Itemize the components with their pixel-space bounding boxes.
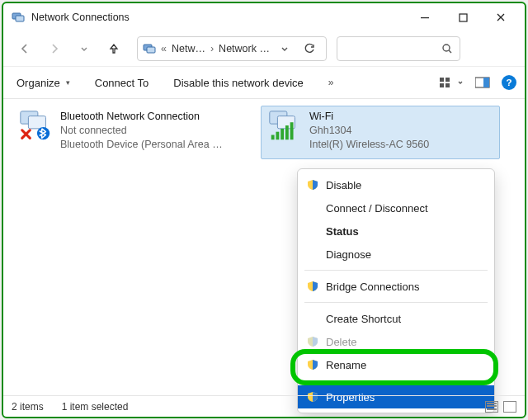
search-icon — [441, 43, 453, 54]
menu-label: Disable — [326, 179, 361, 191]
breadcrumb-crumb-2[interactable]: Network … — [219, 43, 270, 54]
svg-point-6 — [443, 45, 450, 51]
window-controls — [406, 5, 520, 30]
svg-rect-22 — [290, 122, 294, 139]
svg-rect-7 — [440, 78, 444, 82]
svg-rect-10 — [446, 83, 450, 87]
recent-locations-button[interactable] — [71, 36, 97, 61]
svg-rect-3 — [460, 14, 467, 21]
connection-status: Not connected — [60, 124, 223, 138]
address-bar[interactable]: « Netw… › Network … — [137, 36, 327, 61]
refresh-button[interactable] — [298, 39, 321, 59]
svg-rect-9 — [440, 83, 444, 87]
minimize-button[interactable] — [406, 5, 444, 30]
svg-rect-1 — [16, 16, 24, 21]
menu-separator — [304, 380, 488, 381]
menu-label: Status — [326, 225, 359, 238]
connection-device: Bluetooth Device (Personal Area … — [60, 138, 223, 152]
menu-item-status[interactable]: Status — [298, 219, 494, 243]
menu-item-connect-disconnect[interactable]: Connect / Disconnect — [298, 196, 494, 219]
connection-item-bluetooth[interactable]: Bluetooth Network Connection Not connect… — [12, 106, 251, 159]
bluetooth-icon — [17, 110, 54, 143]
app-icon — [12, 11, 25, 24]
svg-rect-5 — [147, 47, 155, 53]
toolbar: Organize Connect To Disable this network… — [3, 66, 525, 99]
wifi-icon — [266, 110, 303, 143]
toolbar-overflow-button[interactable]: » — [323, 73, 339, 92]
view-layout-button[interactable] — [440, 77, 464, 88]
menu-label: Bridge Connections — [326, 281, 419, 293]
svg-rect-2 — [421, 17, 429, 18]
connect-to-button[interactable]: Connect To — [90, 73, 154, 92]
breadcrumb-sep-icon: « — [159, 43, 168, 54]
context-menu: Disable Connect / Disconnect Status Diag… — [297, 168, 495, 413]
menu-separator — [304, 270, 488, 271]
svg-rect-8 — [446, 78, 450, 82]
maximize-button[interactable] — [444, 5, 482, 30]
connection-name: Bluetooth Network Connection — [60, 110, 223, 124]
menu-item-disable[interactable]: Disable — [298, 173, 494, 196]
menu-item-rename[interactable]: Rename — [298, 353, 494, 376]
preview-pane-button[interactable] — [475, 77, 490, 88]
menu-label: Delete — [326, 336, 357, 348]
menu-item-create-shortcut[interactable]: Create Shortcut — [298, 307, 494, 330]
svg-rect-21 — [285, 125, 289, 139]
address-dropdown-button[interactable] — [273, 39, 296, 59]
disable-device-button[interactable]: Disable this network device — [168, 73, 309, 92]
large-icons-view-button[interactable] — [503, 401, 516, 413]
shield-icon — [306, 280, 319, 293]
titlebar: Network Connections — [3, 3, 525, 31]
details-view-button[interactable] — [485, 401, 498, 413]
shield-icon — [306, 178, 319, 191]
menu-label: Rename — [326, 359, 366, 371]
svg-rect-18 — [271, 135, 275, 140]
breadcrumb-chevron-icon: › — [209, 43, 215, 54]
connection-device: Intel(R) Wireless-AC 9560 — [309, 138, 429, 152]
menu-label: Connect / Disconnect — [326, 202, 428, 215]
search-box[interactable] — [337, 36, 460, 61]
svg-rect-14 — [28, 116, 45, 129]
connection-item-wifi[interactable]: Wi-Fi Ghh1304 Intel(R) Wireless-AC 9560 — [261, 106, 500, 159]
shield-icon — [306, 358, 319, 371]
menu-label: Diagnose — [326, 248, 371, 261]
menu-item-diagnose[interactable]: Diagnose — [298, 243, 494, 266]
organize-menu[interactable]: Organize — [12, 73, 75, 92]
breadcrumb-crumb-1[interactable]: Netw… — [172, 43, 205, 54]
status-item-count: 2 items — [12, 401, 44, 413]
svg-rect-19 — [276, 132, 279, 140]
connection-status: Ghh1304 — [309, 124, 429, 138]
svg-rect-12 — [483, 78, 489, 87]
up-button[interactable] — [101, 36, 127, 61]
menu-item-bridge[interactable]: Bridge Connections — [298, 275, 494, 298]
svg-rect-20 — [280, 129, 284, 139]
help-button[interactable]: ? — [502, 75, 516, 90]
status-selection: 1 item selected — [62, 401, 129, 413]
forward-button[interactable] — [41, 36, 68, 61]
close-button[interactable] — [482, 5, 520, 30]
content-area: Bluetooth Network Connection Not connect… — [3, 99, 525, 166]
status-bar: 2 items 1 item selected — [3, 395, 525, 417]
window-title: Network Connections — [31, 12, 130, 23]
menu-separator — [304, 302, 488, 303]
menu-item-delete: Delete — [298, 330, 494, 353]
menu-label: Create Shortcut — [326, 313, 401, 325]
address-icon — [143, 42, 156, 55]
shield-icon — [306, 335, 319, 348]
navbar: « Netw… › Network … — [3, 31, 525, 66]
window-frame: Network Connections — [2, 2, 526, 418]
connection-name: Wi-Fi — [309, 110, 429, 124]
back-button[interactable] — [12, 36, 38, 61]
